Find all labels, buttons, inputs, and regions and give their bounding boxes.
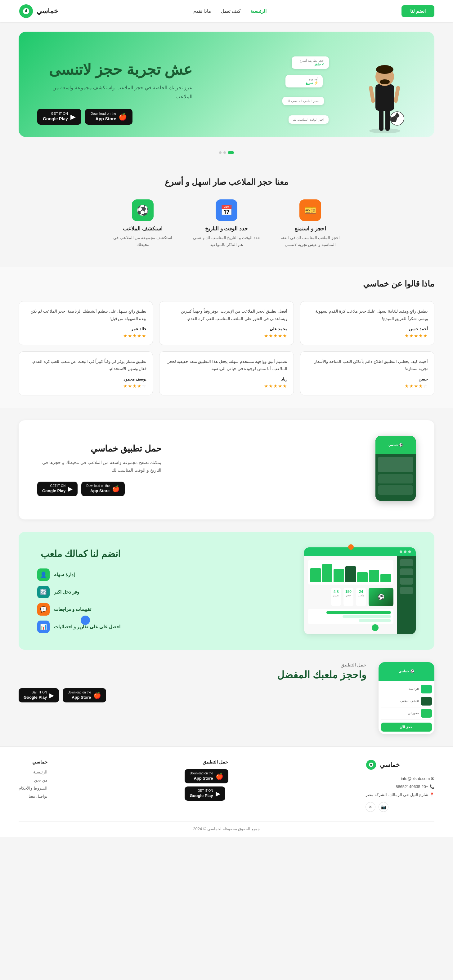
feature-card-2: ⚽ استكشف الملاعب استكشف مجموعة من الملاع… [108, 199, 177, 248]
feature-icon-1: 📅 [215, 199, 238, 221]
join-feature-icon-3: 📊 [37, 620, 49, 633]
slider-dot-3[interactable] [219, 151, 222, 154]
sidebar-item-1 [400, 559, 413, 566]
feature-label-2: استكشف الملاعب [123, 226, 163, 232]
testimonial-stars-0: ★★★★★ [306, 333, 428, 339]
instagram-icon[interactable]: 📷 [378, 802, 388, 812]
ui-card-value-2: ⚡ سريع [290, 81, 318, 85]
features-section: معنا حجز الملاعب صار اسهل و أسرع 🎫 احجز … [0, 159, 453, 267]
brand-name: خماسي [37, 7, 58, 15]
join-feature-icon-1: 🔄 [37, 586, 49, 598]
apple-icon-footer-col: 🍎 [215, 773, 223, 780]
google-play-text: GET IT ON Google Play [43, 111, 68, 122]
navbar: انضم لنا الرئيسية كيف تعمل ماذا نقدم خما… [0, 0, 453, 22]
chart-bar-4 [333, 569, 344, 582]
footer-link-3[interactable]: تواصل معنا [29, 794, 48, 799]
testimonials-grid: تطبيق رائع ومفيد للغاية! يسهل عليك حجز م… [19, 301, 434, 395]
join-feature-3: احصل على على تقارير و احصائيات 📊 [37, 620, 120, 633]
google-play-icon-footer-col: ▶ [215, 790, 220, 797]
dashboard-stats: 24 ملعب 150 حجز 4.8 تقييم [331, 588, 366, 606]
svg-rect-9 [394, 86, 400, 103]
testimonial-text-4: تصميم أنيق وواجهة مستخدم سهلة، يجعل هذا … [166, 358, 287, 372]
testimonial-author-3: حسن [306, 377, 428, 382]
footer-cta-section: ⚽ خماسي الرئيسية اكتشف الملاعب حجوزاتي ا… [19, 662, 434, 734]
join-feature-label-3: احصل على على تقارير و احصائيات [54, 624, 120, 630]
footer-app-title: حمل التطبيق [185, 759, 228, 765]
app-store-badge-footer-cta[interactable]: 🍎 Download on the App Store [63, 688, 106, 702]
footer-email: ✉ info@elsab.com [365, 775, 434, 783]
testimonial-stars-5: ☆★★★★ [25, 383, 147, 389]
footer-nav-links: الرئيسية من نحن الشروط والأحكام تواصل مع… [19, 769, 48, 799]
ui-card-label-4: اختار الوقت المناسب لك [293, 118, 324, 121]
feature-card-1: 📅 حدد الوقت و التاريخ حدد الوقت و التاري… [192, 199, 261, 248]
nav-link-offer[interactable]: ماذا نقدم [193, 8, 211, 14]
svg-point-12 [380, 80, 390, 84]
google-play-badge-footer[interactable]: ▶ GET IT ON Google Play [185, 786, 225, 801]
google-play-badge-hero[interactable]: ▶ GET IT ON Google Play [37, 109, 81, 125]
google-play-badge-footer-cta[interactable]: ▶ GET IT ON Google Play [19, 688, 59, 702]
feature-label-0: احجز و استمتع [295, 226, 326, 232]
svg-rect-5 [379, 109, 383, 131]
app-mockups: ⚽ خماسي ملاعب قريبة [329, 436, 416, 504]
hero-slider-dots [0, 146, 453, 159]
footer-email-link[interactable]: info@elsab.com [401, 776, 430, 781]
phone-list-item-0: الرئيسية [381, 683, 432, 695]
footer-link-1[interactable]: من نحن [34, 778, 48, 783]
nav-links: الرئيسية كيف تعمل ماذا نقدم [193, 8, 266, 14]
stat-label-0: ملعب [358, 594, 364, 597]
svg-rect-8 [368, 86, 375, 103]
feature-card-0: 🎫 احجز و استمتع احجز الملعب المناسب لك ف… [276, 199, 345, 248]
footer-link-0[interactable]: الرئيسية [33, 770, 48, 775]
decor-dot-blue [81, 616, 90, 625]
footer-top: خماسي ✉ info@elsab.com 📞 +20 88652149635 [19, 759, 434, 812]
chart-bar-6 [310, 568, 321, 582]
dashboard-body: ⚽ 24 ملعب 150 حجز 4.8 تقييم [304, 556, 416, 634]
app-store-badge-download[interactable]: 🍎 Download on the App Store [81, 482, 125, 496]
app-store-badge-footer[interactable]: 🍎 Download on the App Store [185, 769, 228, 783]
app-download-badges: 🍎 Download on the App Store ▶ GET IT ON … [37, 482, 161, 496]
phone-text-0: الرئيسية [408, 687, 419, 690]
nav-link-home[interactable]: الرئيسية [250, 8, 266, 14]
google-play-badge-download[interactable]: ▶ GET IT ON Google Play [37, 482, 78, 496]
app-store-badge-hero[interactable]: 🍎 Download on the App Store [85, 109, 133, 125]
sidebar-item-3 [400, 578, 413, 585]
nav-link-how[interactable]: كيف تعمل [221, 8, 241, 14]
feature-icon-0: 🎫 [300, 199, 321, 221]
footer-contact: ✉ info@elsab.com 📞 +20 88652149635 📍 شار… [365, 775, 434, 799]
join-feature-2: تقييمات و مراجعات 💬 [37, 603, 120, 616]
phone-top-bar: ⚽ خماسي [378, 662, 434, 681]
join-button[interactable]: انضم لنا [402, 5, 434, 17]
app-download-title: حمل تطبيق خماسي [37, 444, 161, 454]
slider-dot-2[interactable] [223, 151, 226, 154]
footer-nav-col: خماسي الرئيسية من نحن الشروط والأحكام تو… [19, 759, 48, 801]
decor-dot-orange [348, 544, 354, 550]
sidebar-item-4 [400, 587, 413, 594]
stat-num-2: 4.8 [333, 590, 339, 594]
hero-section: احجز بطريقة أسرع ✓ جاهز أوسووو ⚡ سريع اح… [19, 32, 434, 137]
footer-brand-icon [365, 759, 376, 770]
progress-bar-2 [343, 615, 391, 618]
svg-point-3 [25, 10, 27, 12]
testimonial-stars-3: ☆★★★★ [306, 383, 428, 389]
testimonial-author-5: يوسف محمود [25, 377, 147, 382]
testimonial-text-3: أحبت كيف يجعلني التطبيق اطلاع دائم بأماك… [306, 358, 428, 372]
testimonial-0: تطبيق رائع ومفيد للغاية! يسهل عليك حجز م… [300, 301, 434, 345]
testimonial-4: تصميم أنيق وواجهة مستخدم سهلة، يجعل هذا … [159, 352, 293, 395]
stat-label-1: حجز [345, 594, 351, 597]
phone-thumb-1 [421, 697, 432, 706]
sidebar-item-2 [400, 568, 413, 575]
join-feature-icon-2: 💬 [37, 603, 49, 616]
join-title: انضم لنا كمالك ملعب [37, 548, 120, 559]
phone-text-1: اكتشف الملاعب [400, 700, 419, 703]
footer-link-2[interactable]: الشروط والأحكام [19, 786, 48, 791]
chart-bar-1 [369, 570, 380, 582]
svg-rect-6 [385, 109, 390, 131]
x-icon[interactable]: ✕ [365, 802, 375, 812]
phone-book-button[interactable]: احجز الآن [381, 722, 432, 732]
slider-dot-1[interactable] [228, 151, 234, 154]
footer-phone-link[interactable]: +20 88652149635 [396, 784, 428, 789]
app-download-section: ⚽ خماسي ملاعب قريبة حمل تطبيق خماسي يمكن… [19, 420, 434, 519]
dashboard-dot-1 [408, 550, 411, 553]
stat-box-1: 150 حجز [343, 588, 353, 606]
footer: خماسي ✉ info@elsab.com 📞 +20 88652149635 [0, 746, 453, 837]
